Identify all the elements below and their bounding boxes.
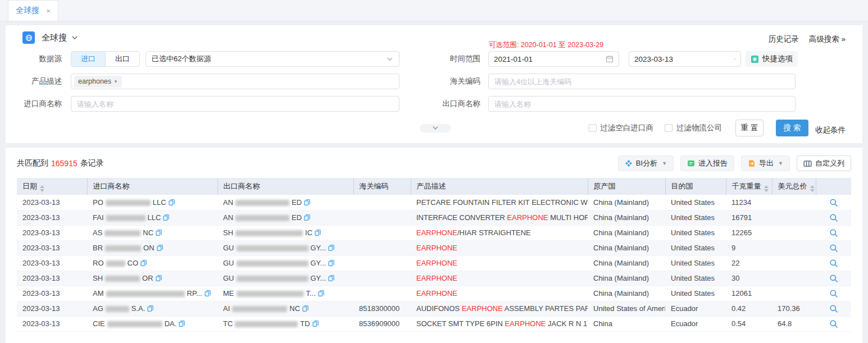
redacted-text [106,215,146,221]
copy-icon[interactable] [315,229,321,236]
enter-report-button[interactable]: 进入报告 [680,156,734,171]
calendar-icon[interactable] [734,55,735,63]
filter-blank-importer-option[interactable]: 过滤空白进口商 [589,123,654,133]
hs-code-input[interactable] [488,74,796,89]
results-panel: 共匹配到 165915 条记录 BI分析 ▼ 进入报告 导出 ▼ [6,148,862,343]
cell-usd-value [772,271,816,286]
row-detail-search-icon[interactable] [829,289,838,298]
column-header-0[interactable]: 日期 [17,178,87,195]
importer-name: BRON [93,244,154,252]
table-row[interactable]: 2023-03-13 FAILLC ANED INTERFACE CONVERT… [17,210,851,225]
table-row[interactable]: 2023-03-13 BRON GUGY... EARPHONE China (… [17,240,851,255]
sort-icon[interactable] [40,185,44,192]
table-row[interactable]: 2023-03-13 ROCO GUGY... EARPHONE China (… [17,255,851,271]
copy-icon[interactable] [156,229,162,236]
report-icon [687,159,695,167]
copy-icon[interactable] [318,290,325,297]
row-detail-search-icon[interactable] [829,244,838,253]
exporter-name-input[interactable] [488,96,796,112]
toggle-import[interactable]: 进口 [71,52,105,66]
advanced-search-link[interactable]: 高级搜索 » [809,34,846,44]
calendar-icon[interactable] [606,55,613,63]
date-end-input[interactable] [629,51,741,67]
copy-icon[interactable] [328,244,335,251]
copy-icon[interactable] [304,214,311,221]
toggle-export[interactable]: 出口 [105,52,139,66]
copy-icon[interactable] [304,199,311,206]
cell-exporter: MET... [217,286,353,301]
cell-product-desc: EARPHONE [411,271,588,286]
copy-icon[interactable] [147,305,154,312]
quick-options-button[interactable]: 快捷选项 [746,51,798,67]
chevron-down-icon[interactable] [71,34,78,41]
tab-title: 全球搜 [16,6,39,16]
copy-icon[interactable] [328,275,335,282]
redacted-text [106,291,185,297]
row-detail-search-icon[interactable] [829,274,838,283]
cell-actions [816,301,851,316]
column-header-5: 原产国 [588,178,665,195]
cell-hs-code [353,271,411,286]
reset-button[interactable]: 重 置 [735,120,764,136]
column-header-8[interactable]: 美元总价 [772,178,816,195]
copy-icon[interactable] [312,320,319,327]
copy-icon[interactable] [204,290,211,297]
history-link[interactable]: 历史记录 [769,34,799,44]
custom-columns-button[interactable]: 自定义列 [797,156,851,171]
copy-icon[interactable] [169,199,175,206]
cell-actions [816,240,851,255]
cell-dest-country: United States [665,255,726,271]
table-row[interactable]: 2023-03-13 CIEDA. TCTD 8536909000 SOCKET… [17,316,851,331]
copy-icon[interactable] [163,214,170,221]
importer-name-input[interactable] [71,96,399,112]
column-header-9 [816,178,851,195]
row-detail-search-icon[interactable] [829,228,838,237]
filter-logistics-checkbox[interactable] [665,124,672,132]
date-start-input[interactable] [488,51,619,67]
chevron-down-icon: ▼ [113,79,118,84]
cell-dest-country: United States [665,271,726,286]
sort-icon[interactable] [764,185,769,192]
table-row[interactable]: 2023-03-13 SHOR GUGY... EARPHONE China (… [17,271,851,286]
row-detail-search-icon[interactable] [829,259,838,268]
filter-blank-importer-checkbox[interactable] [589,124,597,132]
row-detail-search-icon[interactable] [829,198,838,207]
tab-close-icon[interactable]: × [46,7,51,15]
row-detail-search-icon[interactable] [829,213,838,222]
copy-icon[interactable] [157,244,163,251]
table-row[interactable]: 2023-03-13 POLLC ANED PETCARE FOUNTAIN F… [17,195,851,210]
table-row[interactable]: 2023-03-13 AMRP... MET... EARPHONE China… [17,286,851,301]
copy-icon[interactable] [140,259,147,267]
cell-importer: POLLC [87,195,217,210]
table-row[interactable]: 2023-03-13 ASNC SHIC EARPHONE/HIAR STRAI… [17,225,851,240]
bi-analysis-button[interactable]: BI分析 ▼ [618,156,674,171]
filter-logistics-option[interactable]: 过滤物流公司 [665,123,722,133]
redacted-text [105,245,141,251]
redacted-text [237,260,308,267]
tab-global-search[interactable]: 全球搜 × [8,0,58,21]
redacted-text [104,230,140,236]
exporter-name: SHIC [223,228,312,237]
table-row[interactable]: 2023-03-13 AGS.A. AINC 8518300000 AUDIFO… [17,301,851,316]
product-desc-input[interactable]: earphones ▼ [71,74,399,89]
data-source-label: 数据源 [6,54,62,64]
collapse-conditions-link[interactable]: 收起条件 [815,125,846,135]
importer-name: AMRP... [93,289,202,298]
date-end-value[interactable] [634,55,734,63]
row-detail-search-icon[interactable] [829,304,838,313]
cell-exporter: GUGY... [217,240,353,255]
date-start-value[interactable] [494,55,606,63]
copy-icon[interactable] [179,320,185,327]
data-source-select[interactable]: 已选中62个数据源 [146,51,399,67]
row-detail-search-icon[interactable] [829,319,838,328]
product-keyword-chip[interactable]: earphones ▼ [74,76,122,88]
sort-icon[interactable] [810,185,815,192]
copy-icon[interactable] [328,259,335,267]
search-button[interactable]: 搜 索 [776,120,808,136]
export-button[interactable]: 导出 ▼ [741,156,790,171]
column-header-7[interactable]: 千克重量 [726,178,772,195]
copy-icon[interactable] [302,305,309,312]
copy-icon[interactable] [156,275,162,282]
expand-more-filters-button[interactable] [420,124,451,132]
cell-actions [816,195,851,210]
